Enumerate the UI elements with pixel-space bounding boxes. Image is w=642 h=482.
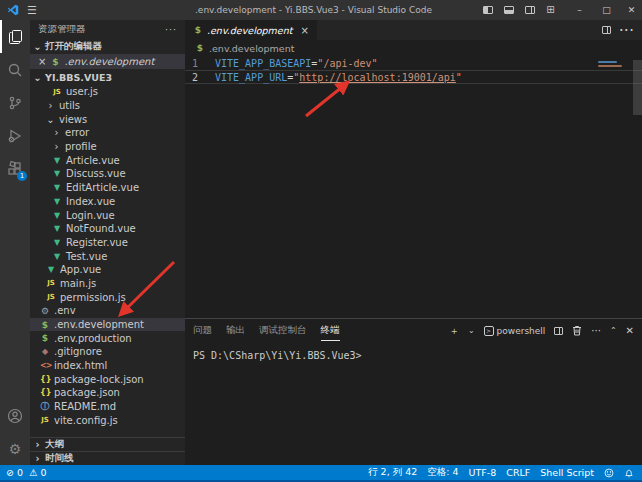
tree-item-permission.js[interactable]: JSpermission.js [30, 290, 185, 304]
outline-section-header[interactable]: › 大纲 [30, 437, 185, 451]
tab-env-development[interactable]: $ .env.development × [185, 20, 317, 40]
close-panel-icon[interactable]: ✕ [626, 325, 634, 336]
tree-item-Discuss.vue[interactable]: ▼Discuss.vue [30, 167, 185, 181]
kill-terminal-icon[interactable] [572, 325, 582, 336]
tree-item-.env.production[interactable]: $.env.production [30, 331, 185, 345]
editor-more-actions-icon[interactable]: ··· [619, 21, 634, 40]
tree-item-.env.development[interactable]: $.env.development [30, 318, 185, 332]
new-terminal-icon[interactable]: ＋ [449, 324, 459, 338]
tree-item-label: Index.vue [66, 196, 115, 207]
breadcrumb[interactable]: $ .env.development [185, 40, 642, 56]
tree-item-utils[interactable]: ›utils [30, 99, 185, 113]
tree-item-.gitignore[interactable]: ◆.gitignore [30, 345, 185, 359]
tree-item-label: vite.config.js [54, 415, 118, 426]
tree-item-App.vue[interactable]: ▼App.vue [30, 263, 185, 277]
minimap[interactable] [598, 61, 628, 69]
split-editor-icon[interactable] [602, 26, 611, 34]
tree-item-NotFound.vue[interactable]: ▼NotFound.vue [30, 222, 185, 236]
vue-file-icon: ▼ [52, 197, 62, 206]
tree-item-Test.vue[interactable]: ▼Test.vue [30, 249, 185, 263]
shellscript-icon: $ [50, 57, 60, 67]
split-terminal-icon[interactable] [554, 327, 563, 335]
tree-item-views[interactable]: ⌄views [30, 112, 185, 126]
bottom-panel: 问题输出调试控制台终端 ＋ ⌄ > powershell ··· ⌃ ✕ [185, 318, 642, 465]
feedback-smiley-icon[interactable] [604, 468, 614, 478]
url-link[interactable]: http://localhost:19001/api [299, 72, 456, 83]
panel-tab-问题[interactable]: 问题 [193, 320, 212, 341]
panel-tab-终端[interactable]: 终端 [321, 320, 340, 341]
status-item[interactable]: 行 2, 列 42 [368, 466, 417, 479]
terminal-dropdown-icon[interactable]: ⌄ [468, 326, 475, 335]
tree-item-index.html[interactable]: <>index.html [30, 359, 185, 373]
terminal-output[interactable]: PS D:\CSharp\Yi\Yi.BBS.Vue3> [185, 342, 642, 465]
tree-item-profile[interactable]: ›profile [30, 140, 185, 154]
tree-item-label: package.json [54, 387, 120, 398]
toggle-secondary-sidebar-icon[interactable] [519, 0, 540, 20]
extensions-icon[interactable]: 1 [0, 152, 30, 185]
open-editors-header[interactable]: ⌄ 打开的编辑器 [30, 38, 185, 54]
toggle-panel-icon[interactable] [498, 0, 519, 20]
tree-item-user.js[interactable]: JSuser.js [30, 85, 185, 99]
window-title: .env.development - Yi.BBS.Vue3 - Visual … [150, 5, 477, 15]
tree-item-vite.config.js[interactable]: JSvite.config.js [30, 414, 185, 428]
tree-item-package-lock.json[interactable]: {}package-lock.json [30, 372, 185, 386]
status-item[interactable]: Shell Script [540, 466, 594, 479]
vue-file-icon: ▼ [52, 169, 62, 178]
run-debug-icon[interactable] [0, 119, 30, 152]
terminal-shell-item[interactable]: > powershell [484, 326, 546, 336]
tab-close-icon[interactable]: × [300, 25, 308, 36]
tree-item-main.js[interactable]: JSmain.js [30, 277, 185, 291]
vue-file-icon: ▼ [46, 265, 56, 274]
notifications-bell-icon[interactable] [624, 468, 634, 478]
status-bar: ⊘0 ⚠0 行 2, 列 42空格: 4UTF-8CRLFShell Scrip… [0, 465, 642, 482]
chevron-right-icon: › [52, 141, 61, 152]
explorer-icon[interactable] [0, 20, 30, 53]
code-token: "/api-dev" [317, 58, 377, 69]
tree-item-label: Register.vue [66, 237, 128, 248]
customize-layout-icon[interactable]: ⊞ [540, 0, 561, 20]
panel-tab-输出[interactable]: 输出 [226, 320, 245, 341]
open-editor-item[interactable]: × $ .env.development [30, 54, 185, 69]
maximize-button[interactable]: □ [596, 0, 617, 20]
panel-tab-调试控制台[interactable]: 调试控制台 [259, 320, 307, 341]
problems-status[interactable]: ⊘0 ⚠0 [6, 467, 47, 478]
tree-item-README.md[interactable]: ⓘREADME.md [30, 400, 185, 414]
menu-icon[interactable]: ☰ [27, 4, 37, 17]
tree-item-Login.vue[interactable]: ▼Login.vue [30, 208, 185, 222]
close-icon[interactable]: × [38, 56, 46, 67]
tree-item-label: EditArticle.vue [66, 182, 139, 193]
tree-item-package.json[interactable]: {}package.json [30, 386, 185, 400]
project-root-header[interactable]: ⌄ YI.BBS.VUE3 [30, 69, 185, 85]
tree-item-Register.vue[interactable]: ▼Register.vue [30, 236, 185, 250]
tree-item-.env[interactable]: ⚙.env [30, 304, 185, 318]
toggle-sidebar-icon[interactable] [477, 0, 498, 20]
minimize-button[interactable]: – [569, 0, 590, 20]
close-button[interactable]: ✕ [621, 0, 642, 20]
tree-item-Index.vue[interactable]: ▼Index.vue [30, 195, 185, 209]
panel-more-actions-icon[interactable]: ··· [591, 325, 601, 336]
chevron-down-icon: ⌄ [33, 41, 42, 52]
maximize-panel-icon[interactable]: ⌃ [610, 326, 617, 335]
status-item[interactable]: CRLF [506, 466, 530, 479]
status-item[interactable]: UTF-8 [469, 466, 497, 479]
chevron-right-icon: › [52, 127, 61, 138]
js-file-icon: JS [40, 416, 50, 424]
account-icon[interactable] [0, 399, 30, 432]
git-file-icon: ◆ [40, 347, 50, 356]
timeline-section-header[interactable]: › 时间线 [30, 451, 185, 465]
search-icon[interactable] [0, 53, 30, 86]
tree-item-error[interactable]: ›error [30, 126, 185, 140]
code-line-1[interactable]: 1VITE_APP_BASEAPI="/api-dev" [185, 56, 642, 70]
code-editor[interactable]: 1VITE_APP_BASEAPI="/api-dev"2VITE_APP_UR… [185, 56, 642, 318]
source-control-icon[interactable] [0, 86, 30, 119]
settings-gear-icon[interactable]: ⚙ [0, 432, 30, 465]
minimap-line [598, 65, 622, 67]
json-file-icon: {} [40, 388, 50, 397]
explorer-more-actions-icon[interactable]: ··· [165, 24, 177, 35]
tree-item-Article.vue[interactable]: ▼Article.vue [30, 153, 185, 167]
tree-item-EditArticle.vue[interactable]: ▼EditArticle.vue [30, 181, 185, 195]
scrollbar-slider[interactable] [633, 60, 642, 115]
code-line-2[interactable]: 2VITE_APP_URL="http://localhost:19001/ap… [185, 70, 642, 84]
json-file-icon: {} [40, 375, 50, 384]
status-item[interactable]: 空格: 4 [427, 466, 458, 479]
